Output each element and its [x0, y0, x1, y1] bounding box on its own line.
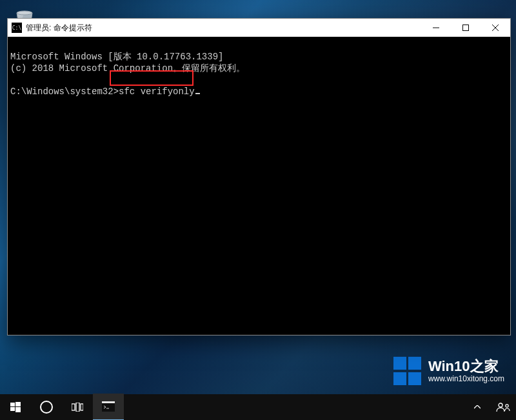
watermark-brand-en: Win10 [428, 358, 470, 374]
start-button[interactable] [0, 394, 31, 420]
svg-rect-3 [15, 402, 21, 406]
task-view-button[interactable] [62, 394, 93, 420]
close-button[interactable] [481, 19, 510, 37]
svg-rect-9 [102, 401, 115, 412]
svg-point-11 [499, 403, 502, 407]
cortana-icon [40, 401, 53, 414]
maximize-button[interactable] [451, 19, 481, 37]
term-line1: Microsoft Windows [版本 10.0.17763.1339] [10, 52, 223, 62]
people-button[interactable] [490, 394, 516, 420]
window-title: 管理员: 命令提示符 [26, 19, 92, 37]
term-prompt: C:\Windows\system32> [10, 86, 119, 97]
watermark-url: www.win10xitong.com [428, 375, 504, 383]
cmd-icon: C:\ [12, 23, 22, 33]
svg-rect-8 [81, 404, 83, 410]
minimize-button[interactable] [421, 19, 451, 37]
titlebar[interactable]: C:\ 管理员: 命令提示符 [8, 19, 510, 37]
svg-rect-6 [72, 404, 75, 410]
svg-rect-5 [15, 407, 21, 412]
svg-rect-7 [76, 403, 79, 412]
svg-rect-1 [463, 25, 469, 31]
system-tray [464, 394, 516, 420]
term-command: sfc verifyonly [119, 86, 195, 97]
watermark-brand-zh: 之家 [470, 358, 499, 374]
taskbar [0, 394, 516, 420]
svg-rect-2 [10, 403, 15, 406]
terminal-area[interactable]: Microsoft Windows [版本 10.0.17763.1339] (… [8, 37, 510, 335]
tray-overflow-button[interactable] [464, 394, 490, 420]
watermark: Win10之家 www.win10xitong.com [393, 357, 504, 385]
svg-point-12 [506, 405, 508, 407]
cmd-window: C:\ 管理员: 命令提示符 Microsoft Windows [版本 10.… [7, 18, 511, 335]
cortana-button[interactable] [31, 394, 62, 420]
svg-point-0 [17, 11, 32, 15]
taskbar-app-cmd[interactable] [93, 394, 124, 420]
cursor [195, 93, 200, 94]
windows-logo-icon [393, 357, 422, 385]
term-line2: (c) 2018 Microsoft Corporation。保留所有权利。 [10, 63, 245, 74]
desktop: C:\ 管理员: 命令提示符 Microsoft Windows [版本 10.… [0, 0, 516, 420]
svg-rect-10 [102, 401, 115, 403]
svg-rect-4 [10, 407, 15, 411]
